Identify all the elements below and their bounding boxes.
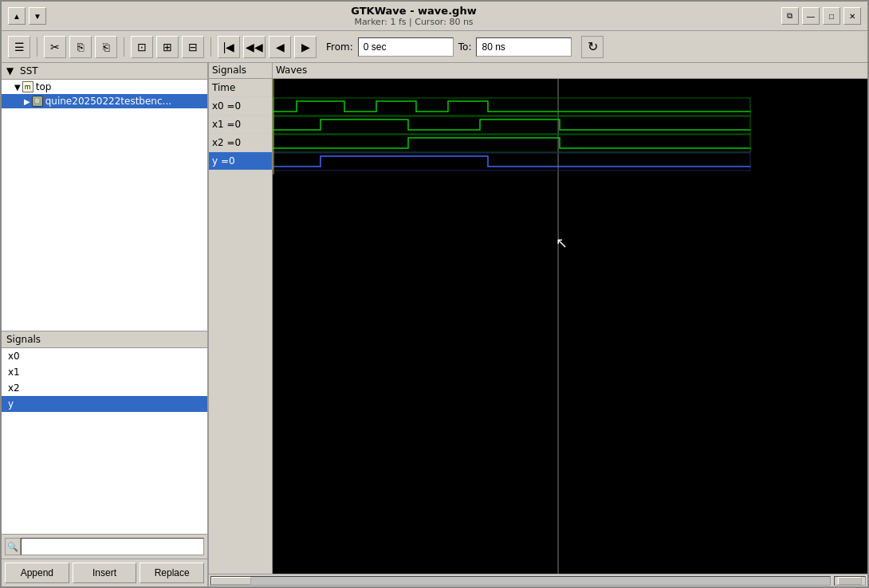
back-btn[interactable]: ◀ — [269, 36, 291, 58]
replace-btn[interactable]: Replace — [140, 563, 204, 583]
bottom-buttons: Append Insert Replace — [2, 559, 207, 586]
signal-row-x1-label: x1 =0 — [212, 119, 241, 130]
signal-item-x0[interactable]: x0 — [2, 348, 207, 364]
signal-row-y: y =0 — [209, 152, 272, 171]
fast-rewind-btn[interactable]: ◀◀ — [243, 36, 265, 58]
main-area: ▼ SST ▼ m top ▶ ⚙ — [2, 63, 867, 586]
right-panel: Signals Waves Time x0 =0 x1 =0 — [209, 63, 867, 586]
window-title: GTKWave - wave.ghw — [351, 5, 476, 17]
wave-canvas-area[interactable]: ↖ — [273, 79, 867, 574]
time-section: From: To: — [326, 37, 572, 57]
signal-row-x2-label: x2 =0 — [212, 137, 241, 148]
tree-arrow-top: ▼ — [14, 83, 21, 92]
window-subtitle: Marker: 1 fs | Cursor: 80 ns — [354, 17, 473, 27]
close-btn[interactable]: ✕ — [843, 7, 861, 25]
tree-item-top[interactable]: ▼ m top — [2, 80, 207, 94]
tree-item-quine[interactable]: ▶ ⚙ quine20250222testbenc... — [2, 94, 207, 108]
left-panel: ▼ SST ▼ m top ▶ ⚙ — [2, 63, 209, 586]
from-input[interactable] — [358, 37, 454, 57]
search-icon: 🔍 — [5, 538, 21, 555]
sst-section: ▼ SST ▼ m top ▶ ⚙ — [2, 63, 207, 331]
toolbar: ☰ ✂ ⎘ ⎗ ⊡ ⊞ ⊟ |◀ ◀◀ ◀ ▶ From: To: ↻ — [2, 31, 867, 63]
signals-list[interactable]: x0 x1 x2 y — [2, 348, 207, 534]
signal-row-x0-label: x0 =0 — [212, 100, 241, 112]
module-icon-top: m — [22, 81, 33, 92]
signal-label-x0: x0 — [8, 351, 20, 362]
menu-btn[interactable]: ☰ — [8, 36, 30, 58]
from-label: From: — [326, 41, 353, 53]
restore-btn[interactable]: ⧉ — [781, 7, 799, 25]
signal-label-x1: x1 — [8, 367, 20, 378]
signal-row-time-label: Time — [212, 82, 235, 93]
scrollbar-thumb[interactable] — [211, 577, 251, 585]
scrollbar-track[interactable] — [210, 576, 831, 586]
tree-label-top: top — [36, 81, 52, 92]
waveform-svg — [273, 79, 867, 574]
waveform-waves-col: Waves — [273, 63, 867, 78]
separator-1 — [37, 37, 37, 57]
titlebar-right-controls: ⧉ — □ ✕ — [781, 7, 861, 25]
signal-item-y[interactable]: y — [2, 396, 207, 412]
refresh-btn[interactable]: ↻ — [581, 36, 604, 58]
titlebar-center: GTKWave - wave.ghw Marker: 1 fs | Cursor… — [351, 5, 476, 27]
sst-header: ▼ SST — [2, 63, 207, 80]
waveform-area: Time x0 =0 x1 =0 x2 =0 y =0 — [209, 79, 867, 574]
rewind-btn[interactable]: |◀ — [218, 36, 240, 58]
sst-tree[interactable]: ▼ m top ▶ ⚙ quine20250222testbenc... — [2, 80, 207, 331]
signals-section: Signals x0 x1 x2 y 🔍 — [2, 331, 207, 586]
signal-row-time: Time — [209, 79, 272, 97]
titlebar-left-controls: ▲ ▼ — [8, 7, 46, 25]
signal-label-y: y — [8, 398, 14, 410]
select-all-btn[interactable]: ⊡ — [131, 36, 153, 58]
signal-row-x0: x0 =0 — [209, 97, 272, 116]
zoom-fit-btn[interactable]: ⊞ — [156, 36, 179, 58]
signal-item-x1[interactable]: x1 — [2, 364, 207, 380]
signal-row-y-label: y =0 — [212, 155, 235, 167]
signal-item-x2[interactable]: x2 — [2, 380, 207, 396]
insert-btn[interactable]: Insert — [73, 563, 137, 583]
to-input[interactable] — [476, 37, 572, 57]
search-input[interactable] — [21, 538, 204, 555]
tree-label-quine: quine20250222testbenc... — [45, 96, 171, 107]
zoom-range-btn[interactable]: ⊟ — [182, 36, 204, 58]
copy-btn[interactable]: ⎘ — [69, 36, 92, 58]
separator-3 — [210, 37, 211, 57]
scrollbar-right — [834, 576, 866, 586]
chip-icon-quine: ⚙ — [32, 96, 43, 107]
waveform-signals-col: Signals — [209, 63, 273, 78]
sst-collapse-arrow[interactable]: ▼ — [6, 65, 14, 76]
paste-btn[interactable]: ⎗ — [95, 36, 117, 58]
signal-label-x2: x2 — [8, 382, 20, 394]
forward-btn[interactable]: ▶ — [294, 36, 317, 58]
cut-btn[interactable]: ✂ — [44, 36, 66, 58]
main-window: ▲ ▼ GTKWave - wave.ghw Marker: 1 fs | Cu… — [0, 0, 869, 588]
search-bar: 🔍 — [2, 534, 207, 559]
signals-header: Signals — [2, 331, 207, 348]
maximize-btn[interactable]: □ — [823, 7, 840, 25]
scrollbar-horizontal[interactable] — [209, 574, 867, 586]
signal-row-x1: x1 =0 — [209, 116, 272, 134]
signal-row-x2: x2 =0 — [209, 134, 272, 152]
minimize-btn[interactable]: — — [802, 7, 820, 25]
tree-arrow-quine: ▶ — [24, 97, 30, 106]
waveform-header-row: Signals Waves — [209, 63, 867, 79]
titlebar: ▲ ▼ GTKWave - wave.ghw Marker: 1 fs | Cu… — [2, 2, 867, 31]
sst-title: SST — [20, 65, 38, 76]
separator-2 — [124, 37, 124, 57]
signal-labels-col: Time x0 =0 x1 =0 x2 =0 y =0 — [209, 79, 273, 574]
titlebar-down-btn[interactable]: ▼ — [29, 7, 46, 25]
append-btn[interactable]: Append — [5, 563, 69, 583]
to-label: To: — [458, 41, 472, 53]
titlebar-up-btn[interactable]: ▲ — [8, 7, 26, 25]
